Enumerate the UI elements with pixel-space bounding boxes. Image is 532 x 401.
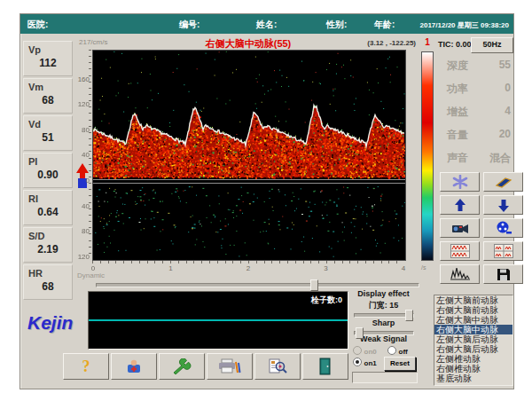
depth-up-button[interactable] (440, 195, 480, 215)
setting-value: 20 (499, 128, 511, 151)
radio-on0-circle[interactable] (353, 346, 362, 355)
radio-on0-label: on0 (364, 348, 377, 356)
param-vp: Vp112 (23, 41, 73, 76)
sharp-thumb[interactable] (356, 327, 364, 339)
artery-item[interactable]: 左侧大脑前动脉 (434, 295, 512, 305)
setting-value: 55 (499, 59, 511, 82)
cursor-position: (3.12 , -122.25) (302, 39, 416, 47)
radio-off[interactable]: off (387, 346, 408, 356)
frequency-button[interactable]: 50Hz (471, 37, 513, 53)
param-label: Vm (24, 79, 72, 92)
x-tick-label: 3 (322, 264, 331, 272)
artery-item[interactable]: 左侧大脑后动脉 (434, 334, 512, 344)
datetime: 2017/12/20 星期三 09:38:20 (419, 20, 509, 30)
time-scroll-slider[interactable] (96, 283, 419, 287)
radio-on1[interactable]: on1 (353, 358, 377, 367)
film-reel-icon (496, 221, 512, 235)
header-bar: 医院: 编号: 姓名: 性别: 年龄: 2017/12/20 星期三 09:38… (20, 14, 513, 34)
spectrum-mode-button[interactable] (440, 264, 480, 284)
save-button[interactable] (483, 264, 523, 284)
param-value: 112 (24, 57, 72, 69)
y-tick-label: 40 (75, 202, 90, 210)
dual-display-icon (450, 244, 470, 258)
age-label: 年龄: (374, 19, 395, 31)
gate-width-label: 门宽: (369, 301, 387, 310)
patient-info-button[interactable] (111, 353, 157, 380)
param-label: Vd (24, 116, 72, 130)
y-tick-label: 80 (75, 227, 90, 235)
cine-button[interactable] (483, 218, 523, 238)
help-button[interactable]: ? (63, 353, 109, 380)
param-s-d: S/D2.19 (23, 227, 73, 263)
param-value: 0.90 (24, 169, 72, 181)
setup-button[interactable] (159, 353, 205, 380)
arrow-down-icon (497, 199, 510, 212)
setting-label: 功率 (447, 82, 468, 105)
display-effect-panel: Display effect 门宽: 15 Sharp Weak Signal … (350, 289, 417, 371)
print-button[interactable] (207, 353, 253, 380)
param-ri: RI0.64 (23, 190, 73, 225)
depth-down-button[interactable] (483, 195, 523, 215)
setting-value: 混合 (489, 151, 511, 174)
help-icon: ? (82, 358, 90, 376)
y-tick-label: 0 (75, 177, 90, 185)
x-tick-label: 1 (167, 264, 176, 272)
exit-button[interactable] (302, 353, 348, 380)
x-axis-ticks (92, 261, 404, 263)
param-column: Vp112Vm68Vd51PI0.90RI0.64S/D2.19HR68 (23, 41, 73, 302)
sharp-slider[interactable] (354, 331, 414, 335)
embolus-count: 栓子数:0 (311, 295, 342, 306)
param-value: 68 (24, 94, 72, 106)
x-tick-label: 0 (89, 264, 98, 272)
radio-on0[interactable]: on0 (353, 346, 377, 356)
exit-icon (319, 358, 332, 375)
artery-item[interactable]: 右侧大脑后动脉 (434, 344, 512, 354)
camera-button[interactable] (440, 218, 480, 238)
camera-icon (451, 222, 469, 234)
artery-item[interactable]: 右侧大脑中动脉 (434, 325, 512, 334)
param-value: 0.64 (24, 206, 72, 218)
radio-on1-circle[interactable] (353, 358, 362, 366)
param-vd: Vd51 (23, 115, 73, 151)
param-label: RI (24, 191, 72, 204)
time-scroll-thumb[interactable] (310, 279, 318, 291)
intensity-colorbar (421, 51, 434, 261)
embolus-threshold-line (89, 319, 348, 321)
setting-row-3: 音量20 (447, 128, 511, 151)
setting-label: 深度 (447, 59, 468, 82)
bottom-toolbar: ? (63, 353, 348, 380)
artery-item[interactable]: 右侧椎动脉 (434, 364, 512, 373)
setting-label: 音量 (447, 128, 468, 151)
probe-button[interactable] (483, 172, 523, 192)
y-tick-label: 120 (75, 100, 90, 108)
id-label: 编号: (179, 19, 200, 31)
setting-row-4: 声音混合 (447, 151, 511, 174)
param-vm: Vm68 (23, 78, 73, 114)
brand-logo: Kejin (27, 312, 73, 334)
display-effect-title: Display effect (350, 289, 417, 298)
x-tick-label: 2 (244, 264, 253, 272)
artery-item[interactable]: 基底动脉 (434, 373, 512, 383)
gate-width-slider[interactable] (354, 313, 414, 318)
gate-width-thumb[interactable] (405, 310, 413, 321)
artery-item[interactable]: 左侧椎动脉 (434, 354, 512, 364)
artery-item[interactable]: 左侧大脑中动脉 (434, 315, 512, 325)
setting-value: 4 (505, 105, 511, 128)
y-tick-label: 160 (75, 75, 90, 83)
param-value: 68 (24, 280, 72, 293)
dual-display-button[interactable] (440, 241, 480, 261)
radio-off-circle[interactable] (387, 346, 396, 355)
setting-label: 增益 (447, 105, 468, 128)
freeze-button[interactable] (440, 172, 480, 192)
quad-display-button[interactable] (483, 241, 523, 261)
reset-button[interactable]: Reset (384, 357, 416, 371)
y-tick-label: 120 (75, 253, 90, 261)
name-label: 姓名: (256, 19, 277, 31)
artery-item[interactable]: 右侧大脑前动脉 (434, 305, 512, 315)
record-review-button[interactable] (254, 353, 301, 380)
doppler-spectrum-canvas[interactable] (92, 50, 406, 261)
app-window: 医院: 编号: 姓名: 性别: 年龄: 2017/12/20 星期三 09:38… (20, 13, 514, 389)
param-label: PI (24, 153, 72, 167)
param-value: 2.19 (24, 243, 72, 256)
quad-display-icon (494, 244, 513, 258)
